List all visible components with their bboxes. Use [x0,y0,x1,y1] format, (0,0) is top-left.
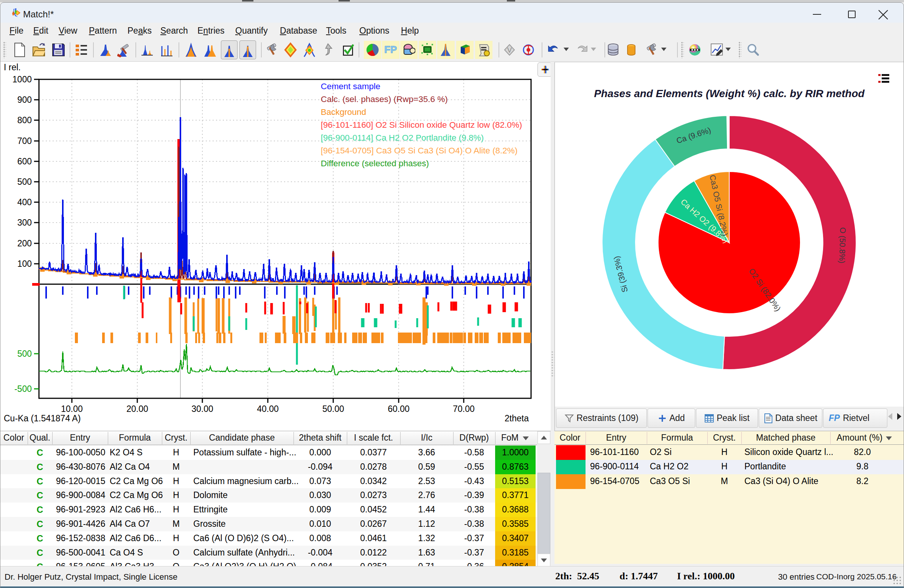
svg-text:1000: 1000 [13,74,32,84]
svg-text:2theta: 2theta [504,413,529,423]
svg-text:70.00: 70.00 [453,404,475,414]
svg-text:Background: Background [321,107,366,117]
svg-text:400: 400 [17,197,32,207]
svg-text:200: 200 [17,238,32,248]
svg-text:10.00: 10.00 [61,404,83,414]
svg-text:[96-101-1160] O2 Si Silicon ox: [96-101-1160] O2 Si Silicon oxide Quartz… [321,120,522,129]
svg-text:800: 800 [17,115,32,125]
svg-text:50.00: 50.00 [322,404,344,414]
svg-text:500: 500 [17,349,32,359]
svg-text:40.00: 40.00 [257,404,279,414]
svg-text:V: V [507,46,512,54]
svg-text:300: 300 [17,218,32,227]
svg-text:Difference (selected phases): Difference (selected phases) [321,159,429,168]
svg-text:600: 600 [17,156,32,166]
svg-text:Calc. (sel. phases) (Rwp=35.6: Calc. (sel. phases) (Rwp=35.6 %) [321,95,448,104]
svg-text:20.00: 20.00 [126,404,148,414]
svg-text:[96-900-0114] Ca H2 O2 Portlan: [96-900-0114] Ca H2 O2 Portlandite (9.8%… [321,133,484,142]
svg-text:30.00: 30.00 [191,404,213,414]
svg-text:Cu-Ka (1.541874 A): Cu-Ka (1.541874 A) [4,413,81,423]
svg-text:60.00: 60.00 [388,404,409,414]
svg-text:900: 900 [17,95,32,105]
svg-text:O (50.8%): O (50.8%) [838,227,847,263]
svg-text:100: 100 [17,259,32,269]
svg-text:[96-154-0705] Ca3 O5 Si Ca3 (S: [96-154-0705] Ca3 O5 Si Ca3 (Si O4) O Al… [321,146,517,155]
svg-text:500: 500 [17,177,32,187]
svg-text:700: 700 [17,136,32,146]
svg-text:I rel.: I rel. [4,62,21,72]
svg-text:-500: -500 [14,384,32,394]
svg-text:Cement sample: Cement sample [321,82,381,91]
